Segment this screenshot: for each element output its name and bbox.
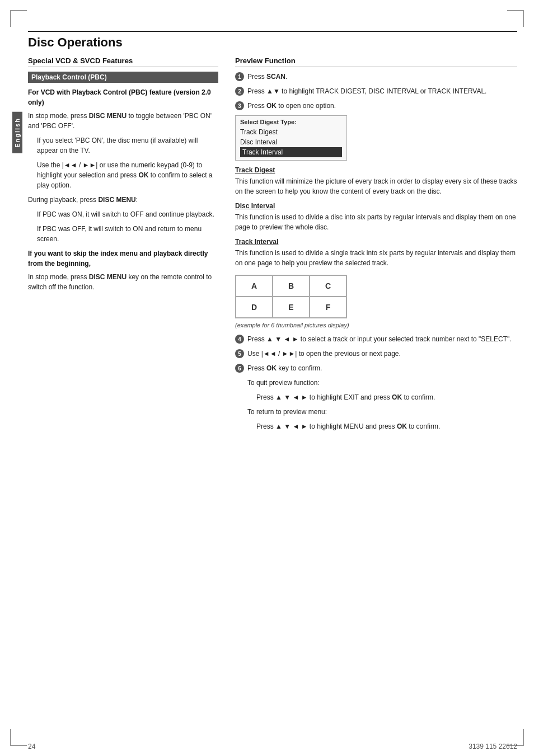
disc-interval-heading: Disc Interval [235, 202, 517, 210]
page-title: Disc Operations [28, 35, 517, 50]
step4-arrows: ▲ ▼ ◄ ► [266, 335, 299, 343]
quit-note: To quit preview function: Press ▲ ▼ ◄ ► … [247, 378, 517, 402]
step2-number: 2 [235, 87, 244, 96]
step2-text: Press ▲▼ to highlight TRACK DIGEST, DISC… [247, 86, 517, 96]
thumb-f: F [310, 297, 346, 318]
pbc-on: If PBC was ON, it will switch to OFF and… [37, 209, 218, 219]
pbc-ok-bold: OK [138, 171, 148, 179]
select-option-track-digest[interactable]: Track Digest [240, 127, 342, 137]
pbc-heading: For VCD with Playback Control (PBC) feat… [28, 87, 218, 107]
corner-mark-tr [507, 10, 524, 27]
page-content: Disc Operations Special VCD & SVCD Featu… [28, 31, 517, 734]
quit-text: Press ▲ ▼ ◄ ► to highlight EXIT and pres… [256, 392, 517, 402]
pbc-section-header: Playback Control (PBC) [28, 72, 218, 83]
step1-scan-bold: SCAN [266, 73, 285, 81]
track-interval-heading: Track Interval [235, 238, 517, 246]
right-column: Preview Function 1 Press SCAN. 2 Press ▲… [235, 57, 517, 436]
select-digest-box: Select Digest Type: Track Digest Disc In… [235, 115, 347, 161]
quit-heading: To quit preview function: [247, 378, 517, 388]
disc-interval-text: This function is used to divide a disc i… [235, 212, 517, 232]
thumb-c: C [310, 275, 346, 297]
step1: 1 Press SCAN. [235, 72, 517, 82]
return-text: Press ▲ ▼ ◄ ► to highlight MENU and pres… [256, 421, 517, 431]
right-section-header: Preview Function [235, 57, 517, 67]
corner-mark-bl [10, 729, 27, 746]
step2: 2 Press ▲▼ to highlight TRACK DIGEST, DI… [235, 86, 517, 96]
return-heading: To return to preview menu: [247, 407, 517, 417]
sidebar-language-label: English [12, 112, 22, 153]
corner-mark-tl [10, 10, 27, 27]
step6: 6 Press OK key to confirm. [235, 363, 517, 373]
select-option-track-interval[interactable]: Track Interval [240, 147, 342, 157]
thumb-e: E [273, 297, 310, 318]
step2-arrows: ▲▼ [266, 87, 280, 95]
step5-number: 5 [235, 349, 244, 358]
track-digest-text: This function will minimize the picture … [235, 176, 517, 196]
thumb-caption: (example for 6 thumbnail pictures displa… [235, 322, 517, 328]
quit-ok: OK [392, 393, 402, 401]
step6-text: Press OK key to confirm. [247, 363, 517, 373]
skip-heading: If you want to skip the index menu and p… [28, 248, 218, 269]
skip-disc-menu-bold: DISC MENU [89, 273, 127, 281]
two-column-layout: Special VCD & SVCD Features Playback Con… [28, 57, 517, 436]
step4-number: 4 [235, 335, 244, 344]
return-ok: OK [397, 422, 407, 430]
step6-ok: OK [266, 364, 277, 372]
step4: 4 Press ▲ ▼ ◄ ► to select a track or inp… [235, 334, 517, 344]
select-box-title: Select Digest Type: [240, 119, 342, 125]
pbc-off: If PBC was OFF, it will switch to ON and… [37, 224, 218, 244]
thumbnail-grid: A B C D E F [235, 275, 347, 318]
left-section-header: Special VCD & SVCD Features [28, 57, 218, 67]
left-column: Special VCD & SVCD Features Playback Con… [28, 57, 218, 436]
catalog-number: 3139 115 22612 [469, 743, 517, 750]
step3: 3 Press OK to open one option. [235, 101, 517, 111]
pbc-para1: In stop mode, press DISC MENU to toggle … [28, 111, 218, 131]
pbc-during: During playback, press DISC MENU: [28, 195, 218, 205]
thumb-a: A [236, 275, 273, 297]
step1-number: 1 [235, 72, 244, 81]
step3-text: Press OK to open one option. [247, 101, 517, 111]
select-option-disc-interval[interactable]: Disc Interval [240, 137, 342, 147]
footer: 24 3139 115 22612 [28, 743, 517, 750]
step3-number: 3 [235, 101, 244, 110]
step3-ok: OK [266, 102, 277, 110]
thumb-b: B [273, 275, 310, 297]
return-note: To return to preview menu: Press ▲ ▼ ◄ ►… [247, 407, 517, 431]
step6-number: 6 [235, 364, 244, 373]
top-divider [28, 31, 517, 32]
page-number: 24 [28, 743, 35, 750]
pbc-para2: If you select 'PBC ON', the disc menu (i… [37, 135, 218, 156]
step4-text: Press ▲ ▼ ◄ ► to select a track or input… [247, 334, 517, 344]
track-interval-text: This function is used to divide a single… [235, 248, 517, 268]
skip-para: In stop mode, press DISC MENU key on the… [28, 272, 218, 292]
pbc-disc-menu-bold: DISC MENU [98, 196, 135, 204]
step5: 5 Use |◄◄ / ►►| to open the previous or … [235, 349, 517, 359]
thumb-d: D [236, 297, 273, 318]
track-digest-heading: Track Digest [235, 166, 517, 174]
step5-text: Use |◄◄ / ►►| to open the previous or ne… [247, 349, 517, 359]
pbc-para3: Use the |◄◄ / ►►| or use the numeric key… [37, 160, 218, 190]
step1-text: Press SCAN. [247, 72, 517, 82]
pbc-bold1: DISC MENU [89, 112, 127, 120]
